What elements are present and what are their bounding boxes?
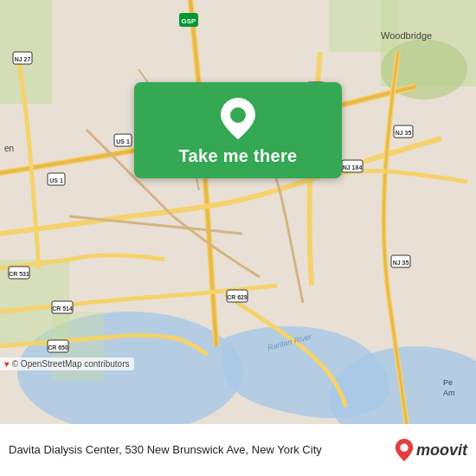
svg-text:CR 531: CR 531 xyxy=(9,271,29,277)
moovit-brand-text: moovit xyxy=(416,441,467,460)
svg-text:NJ 35: NJ 35 xyxy=(396,130,412,136)
location-pin-icon xyxy=(221,98,255,139)
osm-attribution: ♥ © OpenStreetMap contributors xyxy=(0,357,134,370)
svg-text:US 1: US 1 xyxy=(116,138,130,145)
svg-text:Pe: Pe xyxy=(443,378,453,387)
svg-text:NJ 27: NJ 27 xyxy=(15,56,31,62)
svg-text:CR 514: CR 514 xyxy=(52,306,73,312)
take-me-there-button[interactable]: Take me there xyxy=(134,82,342,178)
svg-text:GSP: GSP xyxy=(182,17,197,25)
location-text: Davita Dialysis Center, 530 New Brunswic… xyxy=(9,443,395,458)
take-me-there-label: Take me there xyxy=(179,146,298,166)
map-area: Raritan River GSP GSP US 1 US 1 US 1 US … xyxy=(0,0,476,424)
svg-text:CR 629: CR 629 xyxy=(227,294,248,300)
svg-point-43 xyxy=(400,444,408,452)
svg-text:Woodbridge: Woodbridge xyxy=(381,30,432,41)
svg-text:en: en xyxy=(4,144,14,153)
svg-text:NJ 35: NJ 35 xyxy=(393,260,409,266)
svg-text:CR 650: CR 650 xyxy=(48,344,68,351)
svg-rect-5 xyxy=(329,0,398,52)
svg-text:Am: Am xyxy=(443,389,455,397)
svg-text:US 1: US 1 xyxy=(49,177,63,183)
moovit-brand-icon xyxy=(395,439,414,461)
osm-heart: ♥ xyxy=(4,359,10,369)
moovit-logo: moovit xyxy=(395,439,467,461)
svg-point-42 xyxy=(230,107,246,123)
svg-text:NJ 184: NJ 184 xyxy=(343,164,363,170)
bottom-bar: Davita Dialysis Center, 530 New Brunswic… xyxy=(0,424,476,476)
